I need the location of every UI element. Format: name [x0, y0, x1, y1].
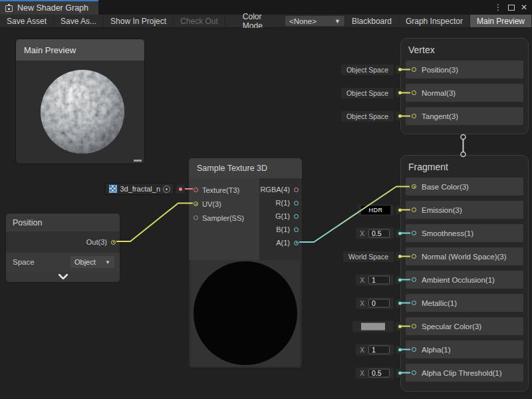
port-label: A(1) — [276, 239, 290, 247]
float-field[interactable]: 0 — [368, 299, 390, 307]
object-space-pill[interactable]: Object Space — [341, 111, 394, 122]
object-space-pill[interactable]: Object Space — [341, 65, 394, 75]
color-mode-label: Color Mode — [225, 15, 285, 27]
g-output-port[interactable] — [294, 214, 299, 219]
metallic-value-widget[interactable]: X0 — [356, 297, 404, 309]
out-output-port[interactable] — [111, 240, 116, 245]
collapse-preview-bar[interactable] — [6, 271, 120, 282]
normal-input-port[interactable] — [412, 90, 416, 95]
port-stub-dot[interactable] — [396, 368, 404, 377]
b-output-port[interactable] — [294, 227, 299, 232]
blackboard-toggle[interactable]: Blackboard — [344, 15, 399, 27]
kebab-menu-icon[interactable]: ⋮ — [494, 3, 502, 11]
port-label: Tangent(3) — [422, 112, 458, 120]
maximize-icon[interactable] — [508, 5, 515, 11]
float-field[interactable]: 1 — [368, 345, 390, 354]
graph-inspector-toggle[interactable]: Graph Inspector — [399, 15, 470, 27]
rgba-output-port[interactable] — [294, 188, 299, 192]
main-preview-header[interactable]: Main Preview — [16, 39, 144, 61]
save-asset-button[interactable]: Save Asset — [0, 15, 54, 27]
sample-texture-3d-node[interactable]: Sample Texture 3D Texture(T3) UV(3) Samp… — [188, 158, 303, 368]
position-node[interactable]: Position Out(3) Space Object ▼ — [5, 213, 120, 283]
port-stub-dot[interactable] — [176, 185, 185, 194]
port-stub-dot[interactable] — [396, 345, 404, 354]
ambient-occlusion-value-widget[interactable]: X1 — [356, 274, 404, 285]
texture-input-port[interactable] — [194, 188, 198, 192]
fragment-row-emission: Emission(3) — [406, 201, 523, 219]
texture-name: 3d_fractal_n — [120, 185, 160, 193]
port-stub-dot[interactable] — [396, 322, 404, 331]
fragment-node[interactable]: Fragment Base Color(3) Emission(3) Smoot… — [400, 155, 529, 392]
uv-input-port[interactable] — [194, 201, 198, 206]
output-row-r: R(1) — [259, 196, 302, 209]
alpha-clip-input-port[interactable] — [412, 370, 416, 375]
position-space-row: Space Object ▼ — [6, 253, 120, 271]
float-field[interactable]: 0.5 — [368, 368, 390, 377]
position-input-port[interactable] — [412, 67, 416, 72]
save-as-button[interactable]: Save As... — [54, 15, 104, 27]
alpha-value-widget[interactable]: X1 — [356, 344, 404, 355]
normal-ws-input-port[interactable] — [412, 254, 416, 259]
hdr-color-swatch[interactable]: HDR — [361, 205, 390, 214]
color-mode-dropdown[interactable]: <None> ▼ — [285, 16, 344, 26]
smoothness-value-widget[interactable]: X0.5 — [356, 227, 404, 239]
color-swatch[interactable] — [361, 323, 385, 330]
resize-grip[interactable] — [134, 160, 142, 162]
position-node-title: Position — [6, 213, 120, 231]
space-dropdown[interactable]: Object ▼ — [70, 256, 114, 268]
r-output-port[interactable] — [294, 201, 299, 205]
float-field[interactable]: 0.5 — [368, 229, 390, 237]
world-space-pill[interactable]: World Space — [343, 251, 394, 262]
output-row-rgba: RGBA(4) — [259, 183, 302, 196]
specular-color-widget[interactable] — [352, 321, 404, 332]
vertex-node[interactable]: Vertex Position(3) Normal(3) Tangent(3) — [400, 38, 529, 134]
sampler-input-port[interactable] — [194, 215, 198, 220]
port-label: Normal (World Space)(3) — [422, 253, 507, 261]
float-field[interactable]: 1 — [368, 275, 390, 284]
tangent-input-port[interactable] — [412, 114, 416, 118]
texture-thumbnail-icon — [109, 185, 117, 193]
normal-ws-space-widget[interactable]: World Space — [343, 251, 404, 262]
vertex-row-position: Position(3) — [406, 61, 523, 78]
port-stub-dot[interactable] — [396, 88, 404, 97]
ambient-occlusion-input-port[interactable] — [412, 277, 416, 282]
emission-input-port[interactable] — [412, 207, 416, 212]
a-output-port[interactable] — [294, 241, 299, 245]
sample-node-title: Sample Texture 3D — [189, 158, 302, 178]
space-dropdown-value: Object — [74, 258, 102, 266]
smoothness-input-port[interactable] — [412, 231, 416, 235]
specular-color-input-port[interactable] — [412, 324, 416, 329]
tab-new-shader-graph[interactable]: New Shader Graph — [0, 0, 98, 15]
port-stub-dot[interactable] — [396, 252, 404, 261]
base-color-input-port[interactable] — [412, 184, 416, 189]
x-axis-label: X — [360, 346, 364, 353]
position-space-widget[interactable]: Object Space — [341, 65, 404, 75]
port-stub-dot[interactable] — [396, 112, 404, 120]
port-stub-dot[interactable] — [396, 229, 404, 237]
main-preview-toggle[interactable]: Main Preview — [470, 15, 532, 27]
texture-object-field-widget[interactable]: 3d_fractal_n — [105, 183, 185, 195]
emission-hdr-widget[interactable]: HDR — [358, 204, 404, 215]
texture-object-field[interactable]: 3d_fractal_n — [105, 183, 174, 195]
tangent-space-widget[interactable]: Object Space — [341, 111, 404, 122]
fragment-row-base-color: Base Color(3) — [406, 178, 523, 196]
fragment-row-alpha-clip: Alpha Clip Threshold(1) — [406, 364, 523, 382]
close-icon[interactable]: ✕ — [521, 3, 527, 11]
object-space-pill[interactable]: Object Space — [341, 88, 394, 98]
metallic-input-port[interactable] — [412, 301, 416, 305]
check-out-button[interactable]: Check Out — [174, 15, 225, 27]
port-stub-dot[interactable] — [396, 205, 404, 214]
fragment-row-smoothness: Smoothness(1) — [406, 224, 523, 242]
show-in-project-button[interactable]: Show In Project — [104, 15, 174, 27]
normal-space-widget[interactable]: Object Space — [341, 88, 404, 98]
port-stub-dot[interactable] — [396, 65, 404, 74]
port-label: RGBA(4) — [260, 186, 290, 194]
toolbar: Save Asset Save As... Show In Project Ch… — [0, 15, 532, 28]
port-stub-dot[interactable] — [396, 299, 404, 307]
tab-title: New Shader Graph — [17, 3, 88, 13]
alpha-clip-value-widget[interactable]: X0.5 — [356, 367, 404, 378]
alpha-input-port[interactable] — [412, 347, 416, 352]
vertex-row-normal: Normal(3) — [406, 84, 523, 102]
port-stub-dot[interactable] — [396, 275, 404, 284]
object-picker-icon[interactable] — [163, 186, 170, 193]
